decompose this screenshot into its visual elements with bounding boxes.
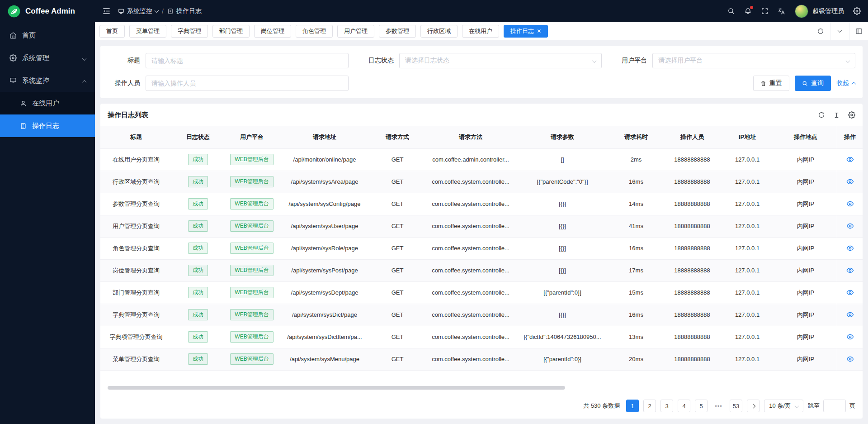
page-size-label: 10 条/页 xyxy=(769,402,791,410)
tab-label: 首页 xyxy=(106,27,118,35)
chevron-down-icon xyxy=(593,57,596,64)
page-number-button[interactable]: ••• xyxy=(712,400,725,412)
view-detail-eye-icon[interactable] xyxy=(846,355,854,363)
cell-ip: 127.0.0.1 xyxy=(721,281,774,304)
reset-button[interactable]: 重置 xyxy=(753,76,789,91)
settings-gear-icon[interactable] xyxy=(853,7,861,15)
query-button[interactable]: 查询 xyxy=(795,76,831,91)
cell-location: 内网IP xyxy=(774,148,837,171)
tab-label: 字典管理 xyxy=(178,27,201,35)
tab[interactable]: 在线用户 xyxy=(462,25,499,38)
tab[interactable]: 部门管理 xyxy=(212,25,250,38)
sidebar-collapse-icon[interactable] xyxy=(102,7,111,15)
tab[interactable]: 参数管理 xyxy=(379,25,416,38)
status-select[interactable]: 请选择日志状态 xyxy=(399,53,602,68)
page-number-button[interactable]: 3 xyxy=(660,400,673,412)
platform-badge: WEB管理后台 xyxy=(230,331,273,342)
cell-request-function: com.coffee.system.controlle... xyxy=(425,304,516,326)
page-number-label: 4 xyxy=(683,403,686,410)
view-detail-eye-icon[interactable] xyxy=(846,200,854,208)
sidebar-item-operation-log[interactable]: 操作日志 xyxy=(0,114,95,137)
page-size-select[interactable]: 10 条/页 xyxy=(764,400,803,412)
bell-icon[interactable] xyxy=(744,7,752,15)
cell-ip: 127.0.0.1 xyxy=(721,171,774,193)
filter-field-status: 日志状态 请选择日志状态 xyxy=(361,53,602,68)
sidebar-item-system-monitor[interactable]: 系统监控 xyxy=(0,69,95,92)
view-detail-eye-icon[interactable] xyxy=(846,289,854,296)
coffee-logo-icon xyxy=(7,5,21,18)
page-number-button[interactable]: 5 xyxy=(695,400,708,412)
chevron-down-icon xyxy=(846,57,849,64)
collapse-filters-button[interactable]: 收起 xyxy=(836,79,855,87)
platform-badge: WEB管理后台 xyxy=(230,176,273,187)
view-detail-eye-icon[interactable] xyxy=(846,267,854,274)
sidebar-item-home[interactable]: 首页 xyxy=(0,24,95,47)
platform-badge: WEB管理后台 xyxy=(230,265,273,276)
cell-platform: WEB管理后台 xyxy=(224,326,279,348)
tab[interactable]: 角色管理 xyxy=(296,25,333,38)
view-detail-eye-icon[interactable] xyxy=(846,222,854,230)
table-settings-gear-icon[interactable] xyxy=(848,111,855,119)
cell-status: 成功 xyxy=(172,326,224,348)
view-detail-eye-icon[interactable] xyxy=(846,156,854,163)
cell-request-duration: 41ms xyxy=(609,215,664,237)
operator-input[interactable] xyxy=(151,80,343,87)
column-header: 请求参数 xyxy=(516,126,609,148)
app-logo[interactable]: Coffee Admin xyxy=(0,0,95,22)
cell-ip: 127.0.0.1 xyxy=(721,193,774,215)
cell-request-params: [{}] xyxy=(516,193,609,215)
title-input[interactable] xyxy=(151,57,343,64)
refresh-icon[interactable] xyxy=(818,111,825,119)
content-fullscreen-icon[interactable] xyxy=(849,22,868,40)
tab[interactable]: 用户管理 xyxy=(337,25,374,38)
page-number-button[interactable]: 2 xyxy=(643,400,656,412)
tab-label: 岗位管理 xyxy=(261,27,284,35)
tab[interactable]: 行政区域 xyxy=(420,25,458,38)
search-icon[interactable] xyxy=(727,7,735,15)
cell-request-params: [{}] xyxy=(516,259,609,281)
tab[interactable]: 岗位管理 xyxy=(254,25,291,38)
cell-actions xyxy=(837,348,863,370)
cell-actions xyxy=(837,215,863,237)
sidebar-item-online-users[interactable]: 在线用户 xyxy=(0,92,95,114)
view-detail-eye-icon[interactable] xyxy=(846,244,854,252)
page-number-button[interactable]: 4 xyxy=(678,400,690,412)
cell-status: 成功 xyxy=(172,259,224,281)
next-page-button[interactable] xyxy=(747,400,760,412)
fullscreen-icon[interactable] xyxy=(761,7,769,15)
platform-badge: WEB管理后台 xyxy=(230,309,273,320)
tab[interactable]: 首页 xyxy=(99,25,125,38)
cell-request-params: [{"dictId":140647326180950... xyxy=(516,326,609,348)
view-detail-eye-icon[interactable] xyxy=(846,311,854,319)
column-header: 操作人员 xyxy=(664,126,721,148)
log-table-wrap: 标题 日志状态 用户平台 请求地址 请求方式 请求方法 xyxy=(100,126,863,393)
tab-close-icon[interactable] xyxy=(537,29,541,33)
cell-request-function: com.coffee.system.controlle... xyxy=(425,237,516,259)
sidebar: Coffee Admin 首页 系统管理 系统监控 xyxy=(0,0,95,424)
platform-select[interactable]: 请选择用户平台 xyxy=(652,53,855,68)
avatar xyxy=(795,5,808,18)
tab-actions-chevron-icon[interactable] xyxy=(830,22,849,40)
tab[interactable]: 字典管理 xyxy=(171,25,208,38)
filter-field-platform: 用户平台 请选择用户平台 xyxy=(614,53,855,68)
cell-operator: 18888888888 xyxy=(664,281,721,304)
user-menu[interactable]: 超级管理员 xyxy=(795,5,844,18)
page-number-button[interactable]: 1 xyxy=(626,400,639,412)
log-table: 标题 日志状态 用户平台 请求地址 请求方式 请求方法 xyxy=(100,126,863,371)
tab[interactable]: 菜单管理 xyxy=(129,25,166,38)
view-detail-eye-icon[interactable] xyxy=(846,333,854,341)
jump-page-input[interactable] xyxy=(823,400,846,412)
view-detail-eye-icon[interactable] xyxy=(846,178,854,186)
tab[interactable]: 操作日志 xyxy=(504,25,548,38)
cell-title: 在线用户分页查询 xyxy=(100,148,172,171)
sidebar-item-system-management[interactable]: 系统管理 xyxy=(0,47,95,69)
horizontal-scrollbar[interactable] xyxy=(108,386,565,390)
breadcrumb-parent[interactable]: 系统监控 xyxy=(118,7,158,15)
page-number-label: 1 xyxy=(631,403,634,410)
translate-icon[interactable] xyxy=(778,7,786,15)
page-number-button[interactable]: 53 xyxy=(730,400,742,412)
refresh-icon[interactable] xyxy=(811,22,830,40)
operator-label: 操作人员 xyxy=(108,79,140,87)
density-icon[interactable] xyxy=(833,112,840,119)
cell-title: 角色管理分页查询 xyxy=(100,237,172,259)
